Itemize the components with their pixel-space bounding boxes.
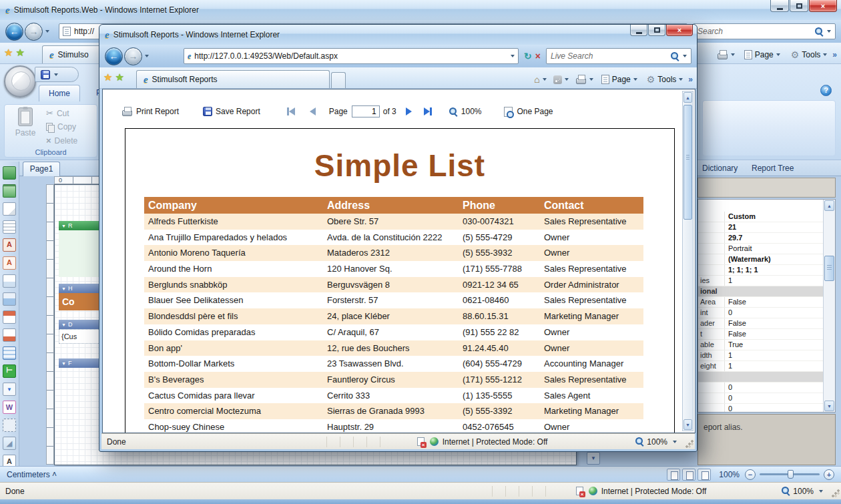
history-dropdown-icon[interactable]	[145, 55, 149, 57]
property-value[interactable]: Custom	[725, 212, 823, 222]
zoom-dropdown-icon[interactable]	[819, 490, 823, 493]
toolbar-overflow-chevron[interactable]: »	[688, 75, 693, 84]
address-dropdown-icon[interactable]	[511, 55, 515, 57]
viewer-zoom-level[interactable]: 100%	[461, 107, 482, 116]
band-green-icon[interactable]	[3, 166, 16, 180]
property-row[interactable]	[698, 372, 823, 383]
panel-blue-icon[interactable]	[3, 292, 16, 306]
property-value[interactable]: 21	[725, 222, 823, 232]
property-row[interactable]: Custom	[698, 212, 823, 222]
inner-page-menu[interactable]: Page	[612, 75, 631, 84]
property-row[interactable]: ableTrue	[698, 340, 823, 350]
print-icon[interactable]	[717, 50, 728, 59]
inner-titlebar[interactable]: e Stimulsoft Reports - Windows Internet …	[99, 25, 697, 45]
zoom-slider[interactable]	[760, 473, 820, 475]
scroll-down-icon[interactable]: ▼	[683, 419, 692, 430]
qat-dropdown-icon[interactable]	[54, 73, 58, 76]
search-icon[interactable]	[815, 27, 824, 36]
help-icon[interactable]: ?	[820, 85, 832, 96]
save-report-icon[interactable]	[203, 107, 212, 116]
inner-address-bar[interactable]: e http://127.0.0.1:49253/Web/Default.asp…	[184, 48, 519, 64]
minimize-button[interactable]	[770, 0, 789, 12]
property-row[interactable]: int0	[698, 308, 823, 318]
minimize-button[interactable]	[630, 25, 647, 36]
page-icon[interactable]	[3, 202, 16, 216]
back-button[interactable]: ←	[105, 47, 123, 65]
close-button[interactable]: ×	[809, 0, 837, 12]
property-grid-scrollbar[interactable]: ▲ ▼	[823, 200, 835, 412]
region-dashed-icon[interactable]	[3, 419, 16, 432]
tools-dropdown-icon[interactable]	[823, 53, 827, 56]
property-value[interactable]: 1	[725, 276, 823, 286]
feed-dropdown-icon[interactable]	[565, 78, 569, 81]
property-value[interactable]: 0	[725, 393, 823, 403]
property-row[interactable]: 29.7	[698, 233, 823, 244]
units-label[interactable]: Centimeters ˄	[7, 470, 57, 479]
rss-feed-icon[interactable]	[553, 75, 562, 84]
print-report-button[interactable]: Print Report	[136, 107, 179, 116]
print-report-icon[interactable]	[121, 107, 133, 116]
property-value[interactable]: True	[725, 340, 823, 350]
refresh-icon[interactable]: ↻	[524, 51, 532, 61]
winword-icon[interactable]	[3, 401, 16, 414]
search-options-dropdown-icon[interactable]	[683, 55, 687, 57]
view-mode-hundred-icon[interactable]	[697, 469, 711, 481]
toolbar-overflow-chevron[interactable]: »	[832, 50, 837, 59]
first-page-button[interactable]	[287, 107, 295, 115]
property-value[interactable]: (Watermark)	[725, 254, 823, 264]
inner-browser-tab[interactable]: e Stimulsoft Reports	[136, 70, 330, 88]
maximize-button[interactable]	[648, 25, 665, 36]
combo-box-icon[interactable]	[3, 383, 16, 396]
outer-page-menu[interactable]: Page	[755, 50, 774, 59]
property-row[interactable]: eight1	[698, 361, 823, 372]
property-row[interactable]: tFalse	[698, 329, 823, 340]
label-red-alt-icon[interactable]	[3, 256, 16, 270]
page-menu-icon[interactable]	[744, 50, 752, 59]
print-dropdown-icon[interactable]	[589, 78, 593, 81]
zoom-in-button[interactable]: +	[824, 469, 834, 480]
one-page-button[interactable]: One Page	[517, 107, 553, 116]
print-icon[interactable]	[575, 75, 587, 84]
panel-light-icon[interactable]	[3, 274, 16, 288]
property-value[interactable]: 29.7	[725, 233, 823, 243]
property-value[interactable]: 1; 1; 1; 1	[725, 265, 823, 275]
hierarchy-icon[interactable]	[3, 364, 16, 378]
search-icon[interactable]	[671, 52, 679, 61]
property-row[interactable]: Portrait	[698, 244, 823, 254]
property-value[interactable]: 0	[725, 404, 823, 412]
page-lines-icon[interactable]	[3, 220, 16, 234]
page-dropdown-icon[interactable]	[776, 53, 780, 56]
previous-page-button[interactable]	[310, 107, 316, 115]
tools-gear-icon[interactable]: ⚙	[791, 50, 800, 59]
print-dropdown-icon[interactable]	[731, 53, 735, 56]
page-dropdown-icon[interactable]	[633, 78, 637, 81]
scrollbar-thumb[interactable]	[683, 105, 692, 220]
property-value[interactable]: False	[725, 329, 823, 339]
property-row[interactable]: (Watermark)	[698, 254, 823, 265]
band-red-bottom-icon[interactable]	[3, 328, 16, 342]
property-row[interactable]: 0	[698, 393, 823, 404]
property-row[interactable]: ional	[698, 286, 823, 297]
property-value[interactable]: 1	[725, 350, 823, 360]
page-menu-icon[interactable]	[601, 75, 609, 84]
property-row[interactable]: ies1	[698, 276, 823, 286]
property-value[interactable]: False	[725, 318, 823, 328]
zoom-lens-icon[interactable]	[782, 487, 790, 495]
scroll-up-icon[interactable]: ▲	[824, 200, 834, 211]
resize-grip[interactable]	[831, 489, 840, 497]
back-button[interactable]: ←	[5, 23, 23, 41]
history-dropdown-icon[interactable]	[45, 30, 49, 33]
forward-button[interactable]: →	[124, 47, 142, 65]
favorites-star-icon[interactable]: ★	[4, 47, 13, 59]
copy-button[interactable]: Copy	[46, 122, 77, 132]
page1-tab[interactable]: Page1	[23, 162, 60, 176]
property-value[interactable]	[700, 372, 823, 382]
paste-button[interactable]: Paste	[9, 107, 42, 148]
property-row[interactable]: 0	[698, 383, 823, 393]
scroll-down-icon[interactable]: ▼	[824, 401, 834, 411]
band-green-alt-icon[interactable]	[3, 184, 16, 198]
zoom-lens-icon[interactable]	[635, 437, 644, 446]
zoom-dropdown-icon[interactable]	[673, 441, 677, 443]
property-row[interactable]: aderFalse	[698, 318, 823, 329]
tools-dropdown-icon[interactable]	[679, 78, 683, 81]
